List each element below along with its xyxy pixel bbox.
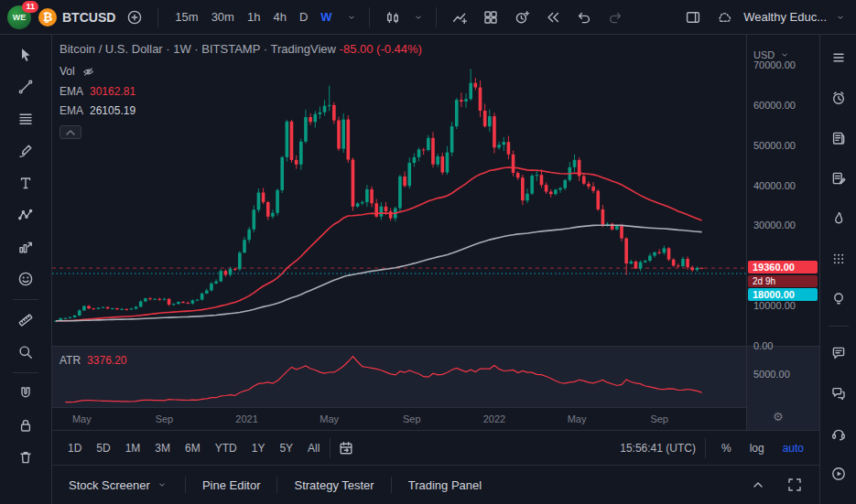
emoji-tool[interactable] [9, 264, 42, 294]
hotlists-button[interactable] [825, 205, 852, 232]
conversations-button[interactable] [825, 380, 852, 407]
top-toolbar: WE 11 ₿ BTCUSD 15m30m1h4hDW Wealthy Educ… [0, 0, 856, 35]
ideas-button[interactable] [825, 285, 852, 313]
tab-caret-icon [156, 473, 168, 497]
zoom-tool[interactable] [9, 338, 42, 367]
magnet-tool[interactable] [9, 379, 42, 408]
range-5y[interactable]: 5Y [273, 439, 299, 457]
clock[interactable]: 15:56:41 (UTC) [620, 442, 696, 455]
range-3m[interactable]: 3M [148, 439, 177, 457]
atr-value: 3376.20 [87, 354, 126, 367]
bottom-panel: Stock ScreenerPine EditorStrategy Tester… [52, 465, 819, 504]
layout-templates-button[interactable] [479, 5, 503, 29]
timeframe-w[interactable]: W [315, 7, 337, 27]
time-tick: May [561, 413, 592, 424]
range-1d[interactable]: 1D [61, 439, 88, 457]
undo-button[interactable] [572, 5, 596, 29]
range-1m[interactable]: 1M [119, 439, 147, 457]
legend-collapse-button[interactable] [60, 125, 81, 139]
atr-legend: ATR 3376.20 [60, 354, 127, 367]
time-tick: Sep [644, 413, 675, 424]
range-all[interactable]: All [301, 439, 326, 457]
percent-scale-button[interactable]: % [715, 439, 738, 457]
cursor-tool[interactable] [9, 40, 42, 70]
lock-drawings-tool[interactable] [9, 411, 42, 440]
streams-button[interactable] [825, 460, 852, 488]
redo-button[interactable] [603, 5, 627, 29]
price-axis[interactable]: USD 19360.00 2d 9h 18000.00 ⚙ 70000.0060… [746, 35, 819, 430]
alerts-button[interactable] [825, 84, 852, 112]
range-5d[interactable]: 5D [90, 439, 116, 457]
time-tick: Sep [396, 413, 428, 424]
axis-settings-gear-icon[interactable]: ⚙ [773, 410, 784, 424]
hide-volume-icon[interactable] [81, 64, 96, 79]
watchlist-button[interactable] [825, 44, 852, 71]
account-name[interactable]: Wealthy Educ... [743, 10, 827, 24]
candle-style-caret-icon[interactable] [412, 5, 425, 29]
text-tool[interactable] [9, 168, 42, 198]
timeframe-1h[interactable]: 1h [242, 7, 265, 27]
trend-line-tool[interactable] [9, 72, 42, 102]
app-logo[interactable]: WE 11 [7, 5, 31, 29]
create-alert-button[interactable] [510, 5, 534, 29]
range-6m[interactable]: 6M [179, 439, 207, 457]
ema1-value: 30162.81 [90, 85, 135, 98]
tab-strategy-tester[interactable]: Strategy Tester [277, 466, 390, 504]
countdown-badge: 2d 9h [748, 275, 818, 287]
support-button[interactable] [825, 420, 852, 447]
price-tick: 40000.00 [753, 180, 796, 191]
timeframe-30m[interactable]: 30m [206, 7, 240, 27]
timeframe-d[interactable]: D [294, 7, 313, 27]
timeframe-4h[interactable]: 4h [267, 7, 291, 27]
pattern-tool[interactable] [9, 200, 42, 230]
panel-collapse-button[interactable] [746, 473, 770, 497]
indicators-button[interactable] [448, 5, 471, 29]
fib-retracement-tool[interactable] [9, 104, 42, 134]
candle-style-button[interactable] [381, 5, 405, 29]
last-price-badge: 19360.00 [748, 261, 818, 273]
bottom-panel-tabs: Stock ScreenerPine EditorStrategy Tester… [52, 466, 498, 504]
timeframe-caret-icon[interactable] [345, 5, 358, 29]
chart-area: Bitcoin / U.S. Dollar · 1W · BITSTAMP · … [52, 35, 819, 430]
toolbar-divider [157, 7, 158, 27]
panel-layout-button[interactable] [681, 5, 705, 29]
symbol-button[interactable]: ₿ BTCUSD [38, 8, 115, 27]
timeframe-group: 15m30m1h4hDW [169, 7, 337, 27]
timeframe-15m[interactable]: 15m [169, 7, 203, 27]
data-window-button[interactable] [825, 245, 852, 273]
tab-pine-editor[interactable]: Pine Editor [186, 466, 277, 504]
time-axis[interactable]: MaySep2021MaySep2022MaySep [52, 407, 746, 430]
journal-button[interactable] [825, 165, 852, 192]
chat-button[interactable] [825, 339, 852, 367]
range-1y[interactable]: 1Y [245, 439, 272, 457]
range-group: 1D5D1M3M6MYTD1Y5YAll [61, 439, 326, 457]
tab-stock-screener[interactable]: Stock Screener [52, 466, 185, 504]
news-button[interactable] [825, 124, 852, 152]
volume-label: Vol [60, 65, 75, 78]
brush-tool[interactable] [9, 136, 42, 166]
toolbar-divider [705, 438, 706, 458]
measure-ruler-tool[interactable] [9, 306, 42, 335]
symbol-label: BTCUSD [62, 10, 115, 25]
go-to-date-button[interactable] [334, 436, 358, 460]
notification-badge[interactable]: 11 [22, 1, 38, 13]
log-scale-button[interactable]: log [743, 439, 771, 457]
ema1-label: EMA [60, 85, 83, 98]
toolbar-divider [369, 7, 370, 27]
bottom-range-bar: 1D5D1M3M6MYTD1Y5YAll 15:56:41 (UTC) % lo… [52, 430, 819, 465]
auto-scale-button[interactable]: auto [776, 439, 810, 457]
cloud-sync-icon [712, 5, 736, 29]
ema2-label: EMA [60, 104, 83, 117]
remove-drawings-tool[interactable] [9, 443, 42, 472]
forecast-tool[interactable] [9, 232, 42, 262]
price-tick: 70000.00 [753, 59, 796, 70]
panel-fullscreen-button[interactable] [783, 473, 807, 497]
account-caret-icon[interactable] [834, 5, 847, 29]
alert-price-badge[interactable]: 18000.00 [748, 288, 818, 301]
tab-trading-panel[interactable]: Trading Panel [392, 466, 498, 504]
bar-replay-button[interactable] [541, 5, 565, 29]
range-ytd[interactable]: YTD [209, 439, 244, 457]
time-tick: 2022 [479, 413, 510, 424]
toolbar-divider [13, 299, 38, 300]
compare-add-button[interactable] [123, 5, 146, 29]
